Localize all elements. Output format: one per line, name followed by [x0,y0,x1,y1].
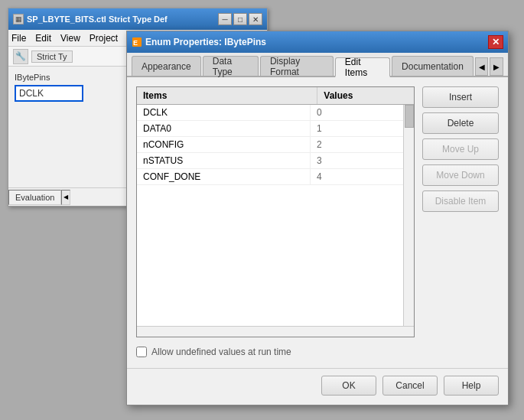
move-up-button[interactable]: Move Up [422,138,499,160]
minimize-button[interactable]: ─ [218,13,232,25]
main-area: Items Values DCLK 0 DATA0 1 [136,86,499,337]
disable-item-button[interactable]: Disable Item [422,190,499,212]
table-row[interactable]: DATA0 1 [137,121,403,137]
menu-project[interactable]: Project [90,33,118,44]
help-button[interactable]: Help [444,376,499,396]
table-header: Items Values [137,87,414,105]
undefined-values-row: Allow undefined values at run time [136,345,499,359]
tool-icon[interactable]: 🔧 [13,49,28,64]
undefined-values-checkbox[interactable] [136,347,147,357]
items-with-scroll: DCLK 0 DATA0 1 nCONFIG 2 nSTATUS [137,105,414,326]
delete-button[interactable]: Delete [422,112,499,134]
tab-scroll-right[interactable]: ▶ [490,57,503,76]
items-table: Items Values DCLK 0 DATA0 1 [136,86,415,337]
menu-view[interactable]: View [60,33,80,44]
bottom-scrollbar[interactable] [137,326,414,337]
bg-window-controls: ─ □ ✕ [218,13,262,25]
tab-scroll-left[interactable]: ◀ [475,57,489,76]
strict-badge: Strict Ty [31,50,73,63]
tab-documentation[interactable]: Documentation [392,56,474,76]
menu-file[interactable]: File [11,33,26,44]
tab-displayformat[interactable]: Display Format [260,56,334,76]
menu-edit[interactable]: Edit [35,33,51,44]
bg-window-icon: ▦ [13,14,24,24]
dclk-input[interactable] [15,85,83,102]
table-row[interactable]: CONF_DONE 4 [137,169,403,185]
tab-datatype[interactable]: Data Type [203,56,259,76]
table-row[interactable]: nSTATUS 3 [137,153,403,169]
scroll-thumb [405,105,414,128]
table-scrollbar[interactable] [403,105,414,326]
scroll-arrow[interactable]: ◀ [61,190,70,205]
dialog-close-button[interactable]: ✕ [488,35,503,49]
table-body: DCLK 0 DATA0 1 nCONFIG 2 nSTATUS [137,105,403,326]
cancel-button[interactable]: Cancel [382,376,438,396]
dialog-icon: E [132,37,142,47]
restore-button[interactable]: □ [233,13,247,25]
tab-edititems[interactable]: Edit Items [335,57,390,77]
move-down-button[interactable]: Move Down [422,164,499,186]
dialog-body: Items Values DCLK 0 DATA0 1 [127,77,508,368]
bg-window-title: SP_LBYTE_BITS.ctl Strict Type Def [27,15,215,24]
dialog-titlebar: E Enum Properties: IBytePins ✕ [127,31,508,53]
undefined-values-label: Allow undefined values at run time [151,347,291,357]
svg-text:E: E [133,39,138,47]
col-items-header: Items [137,87,317,104]
dialog-footer: OK Cancel Help [127,368,508,402]
enum-properties-dialog: E Enum Properties: IBytePins ✕ Appearanc… [126,31,509,405]
ok-button[interactable]: OK [321,376,376,396]
tab-appearance[interactable]: Appearance [132,56,201,76]
col-values-header: Values [317,87,414,104]
table-row[interactable]: nCONFIG 2 [137,137,403,153]
bg-titlebar: ▦ SP_LBYTE_BITS.ctl Strict Type Def ─ □ … [8,8,267,30]
action-buttons: Insert Delete Move Up Move Down Disable … [422,86,499,337]
table-row[interactable]: DCLK 0 [137,105,403,121]
evaluation-status: Evaluation [8,190,61,205]
close-button[interactable]: ✕ [249,13,262,25]
tabs-bar: Appearance Data Type Display Format Edit… [127,53,508,77]
dialog-title: Enum Properties: IBytePins [145,37,485,47]
insert-button[interactable]: Insert [422,86,499,108]
